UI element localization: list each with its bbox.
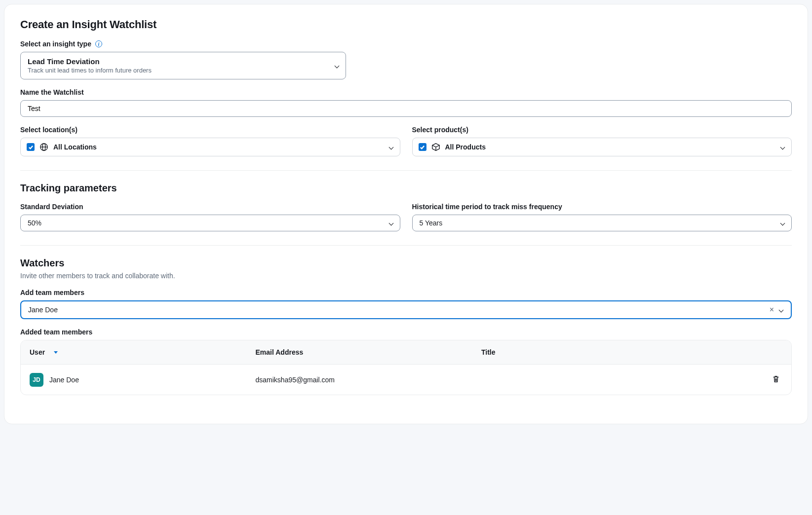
hist-period-label: Historical time period to track miss fre…: [412, 203, 792, 211]
std-dev-field: Standard Deviation 50%: [20, 203, 400, 231]
globe-icon: [39, 143, 48, 151]
divider: [20, 170, 792, 171]
add-members-label: Add team members: [20, 289, 792, 296]
products-all-checkbox[interactable]: [419, 143, 426, 151]
std-dev-label: Standard Deviation: [20, 203, 400, 211]
info-icon[interactable]: i: [95, 40, 102, 47]
table-row: JDJane Doedsamiksha95@gmail.com: [21, 364, 791, 395]
member-email: dsamiksha95@gmail.com: [256, 376, 482, 384]
chevron-down-icon: [779, 307, 784, 312]
insight-type-field: Select an insight type i Lead Time Devia…: [20, 40, 792, 79]
hist-period-select[interactable]: 5 Years: [412, 215, 792, 231]
avatar: JD: [30, 373, 43, 387]
chevron-down-icon: [335, 63, 340, 68]
products-all-label: All Products: [445, 143, 486, 151]
watchers-title: Watchers: [20, 258, 792, 269]
products-select[interactable]: All Products: [412, 138, 792, 156]
tracking-row: Standard Deviation 50% Historical time p…: [20, 203, 792, 231]
watchers-subtitle: Invite other members to track and collab…: [20, 272, 792, 280]
locations-label: Select location(s): [20, 126, 400, 134]
hist-period-field: Historical time period to track miss fre…: [412, 203, 792, 231]
package-icon: [431, 143, 440, 151]
col-user-text: User: [30, 348, 45, 356]
watchlist-name-input[interactable]: [20, 100, 792, 117]
hist-period-value: 5 Years: [420, 219, 443, 227]
products-label: Select product(s): [412, 126, 792, 134]
added-members-label: Added team members: [20, 328, 792, 336]
add-members-combobox[interactable]: Jane Doe ×: [20, 300, 792, 319]
col-title[interactable]: Title: [481, 348, 707, 356]
insight-type-select[interactable]: Lead Time Deviation Track unit lead time…: [20, 52, 346, 79]
locations-all-checkbox[interactable]: [27, 143, 35, 151]
members-table-header: User Email Address Title: [21, 340, 791, 364]
member-name: Jane Doe: [49, 376, 79, 384]
clear-icon[interactable]: ×: [770, 306, 774, 314]
chevron-down-icon: [389, 145, 394, 149]
chevron-down-icon: [780, 221, 785, 225]
col-user[interactable]: User: [30, 348, 256, 356]
tracking-title: Tracking parameters: [20, 183, 792, 194]
delete-member-button[interactable]: [770, 372, 782, 387]
insight-type-label-text: Select an insight type: [20, 40, 91, 48]
location-product-row: Select location(s) All Locations Select …: [20, 126, 792, 156]
locations-select[interactable]: All Locations: [20, 138, 400, 156]
page-title: Create an Insight Watchlist: [20, 18, 792, 31]
products-field: Select product(s) All Products: [412, 126, 792, 156]
insight-type-selected-title: Lead Time Deviation: [28, 57, 328, 66]
locations-all-label: All Locations: [53, 143, 97, 151]
add-members-value: Jane Doe: [28, 306, 58, 314]
std-dev-select[interactable]: 50%: [20, 215, 400, 231]
locations-field: Select location(s) All Locations: [20, 126, 400, 156]
watchlist-name-field: Name the Watchlist: [20, 88, 792, 117]
members-table: User Email Address Title JDJane Doedsami…: [20, 340, 792, 395]
std-dev-value: 50%: [28, 219, 41, 227]
watchlist-form-panel: Create an Insight Watchlist Select an in…: [4, 4, 808, 424]
sort-desc-icon: [54, 351, 58, 354]
watchlist-name-label: Name the Watchlist: [20, 88, 792, 96]
col-email[interactable]: Email Address: [256, 348, 482, 356]
add-members-field: Add team members Jane Doe ×: [20, 289, 792, 319]
chevron-down-icon: [780, 145, 785, 149]
chevron-down-icon: [389, 221, 394, 225]
insight-type-selected-desc: Track unit lead times to inform future o…: [28, 67, 328, 74]
added-members-section: Added team members User Email Address Ti…: [20, 328, 792, 395]
divider: [20, 245, 792, 246]
insight-type-label: Select an insight type i: [20, 40, 792, 48]
